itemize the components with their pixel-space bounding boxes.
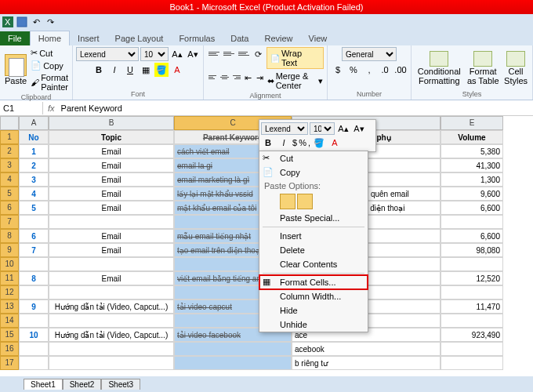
- col-header-E[interactable]: E: [441, 116, 503, 130]
- align-middle-button[interactable]: [222, 47, 236, 60]
- indent-dec-button[interactable]: ⇤: [243, 71, 254, 85]
- cell[interactable]: 9,600: [441, 187, 503, 201]
- select-all-corner[interactable]: [0, 116, 19, 130]
- cell[interactable]: 12,520: [441, 271, 503, 285]
- ctx-delete[interactable]: Delete: [259, 243, 368, 257]
- row-header[interactable]: 6: [0, 201, 19, 215]
- cell[interactable]: [49, 342, 174, 356]
- cell[interactable]: [441, 356, 503, 370]
- row-header[interactable]: 14: [0, 314, 19, 328]
- cell[interactable]: Email: [49, 158, 174, 172]
- cell[interactable]: 98,080: [441, 243, 503, 257]
- format-as-table-button[interactable]: Format as Table: [465, 49, 501, 87]
- cell[interactable]: [49, 314, 174, 328]
- font-name-select[interactable]: Lexend: [76, 47, 139, 61]
- tab-review[interactable]: Review: [256, 31, 300, 45]
- cell[interactable]: [19, 314, 49, 328]
- paste-button[interactable]: Paste: [3, 53, 28, 87]
- cell[interactable]: [49, 215, 174, 229]
- cell[interactable]: 8: [19, 271, 49, 285]
- paste-option-1[interactable]: [280, 194, 296, 209]
- tab-formulas[interactable]: Formulas: [171, 31, 223, 45]
- cell[interactable]: [49, 257, 174, 271]
- dec-decimal-button[interactable]: .00: [393, 63, 408, 77]
- italic-button[interactable]: I: [107, 63, 121, 77]
- tab-data[interactable]: Data: [223, 31, 256, 45]
- cell[interactable]: 9: [19, 299, 49, 314]
- cell-styles-button[interactable]: Cell Styles: [502, 49, 529, 87]
- font-size-select[interactable]: 10: [140, 47, 169, 61]
- cell[interactable]: [174, 342, 292, 356]
- mini-grow-font[interactable]: A▴: [336, 122, 350, 136]
- cell[interactable]: Topic: [49, 130, 174, 144]
- row-header[interactable]: 16: [0, 342, 19, 356]
- cell[interactable]: Email: [49, 243, 174, 257]
- mini-color[interactable]: A: [328, 136, 342, 150]
- ctx-copy[interactable]: 📄Copy: [259, 165, 368, 180]
- bold-button[interactable]: B: [92, 63, 106, 77]
- currency-button[interactable]: $: [331, 63, 345, 77]
- cell[interactable]: b riêng tư: [292, 356, 441, 370]
- cell[interactable]: [19, 257, 49, 271]
- tab-pagelayout[interactable]: Page Layout: [107, 31, 172, 45]
- cell[interactable]: [19, 342, 49, 356]
- col-header-A[interactable]: A: [19, 116, 49, 130]
- formula-input[interactable]: Parent Keyword: [60, 102, 124, 114]
- cell[interactable]: [441, 342, 503, 356]
- row-header[interactable]: 5: [0, 187, 19, 201]
- conditional-formatting-button[interactable]: Conditional Formatting: [415, 49, 463, 87]
- ctx-cut[interactable]: ✂Cut: [259, 151, 368, 165]
- row-header[interactable]: 8: [0, 229, 19, 243]
- cell[interactable]: Email: [49, 271, 174, 285]
- font-color-button[interactable]: A: [170, 63, 184, 77]
- cell[interactable]: Email: [49, 172, 174, 187]
- align-center-button[interactable]: [219, 71, 230, 83]
- col-header-B[interactable]: B: [49, 116, 174, 130]
- copy-button[interactable]: 📄 Copy: [30, 60, 69, 71]
- cell[interactable]: 11,470: [441, 299, 503, 314]
- mini-dollar[interactable]: $: [292, 138, 297, 147]
- row-header[interactable]: 1: [0, 130, 19, 144]
- shrink-font-button[interactable]: A▾: [186, 47, 200, 61]
- align-top-button[interactable]: [207, 47, 221, 60]
- ctx-column-width[interactable]: Column Width...: [259, 289, 368, 303]
- cell[interactable]: 4: [19, 187, 49, 201]
- align-left-button[interactable]: [207, 71, 218, 83]
- cell[interactable]: Volume: [441, 130, 503, 144]
- mini-shrink-font[interactable]: A▾: [352, 122, 366, 136]
- merge-center-button[interactable]: ⬌ Merge & Center ▾: [266, 71, 324, 91]
- row-header[interactable]: 10: [0, 257, 19, 271]
- cell[interactable]: [441, 257, 503, 271]
- cell[interactable]: 2: [19, 158, 49, 172]
- underline-button[interactable]: U: [123, 63, 137, 77]
- row-header[interactable]: 4: [0, 172, 19, 187]
- row-header[interactable]: 2: [0, 144, 19, 158]
- ctx-format-cells[interactable]: ▦Format Cells...: [259, 275, 368, 289]
- cell[interactable]: 6: [19, 229, 49, 243]
- cell[interactable]: [49, 356, 174, 370]
- ctx-unhide[interactable]: Unhide: [259, 318, 368, 332]
- cell[interactable]: Email: [49, 187, 174, 201]
- row-header[interactable]: 17: [0, 356, 19, 370]
- cell[interactable]: [19, 356, 49, 370]
- border-button[interactable]: ▦: [139, 63, 153, 77]
- row-header[interactable]: 9: [0, 243, 19, 257]
- number-format-select[interactable]: General: [342, 47, 397, 61]
- tab-insert[interactable]: Insert: [70, 31, 107, 45]
- cell[interactable]: [49, 285, 174, 299]
- cell[interactable]: Email: [49, 144, 174, 158]
- cell[interactable]: [174, 356, 292, 370]
- row-header[interactable]: 15: [0, 328, 19, 342]
- row-header[interactable]: 12: [0, 285, 19, 299]
- tab-view[interactable]: View: [301, 31, 335, 45]
- tab-file[interactable]: File: [0, 31, 30, 45]
- cell[interactable]: No: [19, 130, 49, 144]
- align-bottom-button[interactable]: [237, 47, 251, 60]
- percent-button[interactable]: %: [346, 63, 361, 77]
- mini-italic[interactable]: I: [277, 136, 291, 150]
- format-painter-button[interactable]: 🖌 Format Painter: [30, 72, 69, 93]
- ctx-clear[interactable]: Clear Contents: [259, 257, 368, 271]
- cell[interactable]: 923,490: [441, 328, 503, 342]
- fill-color-button[interactable]: 🪣: [154, 63, 169, 77]
- cell[interactable]: [441, 314, 503, 328]
